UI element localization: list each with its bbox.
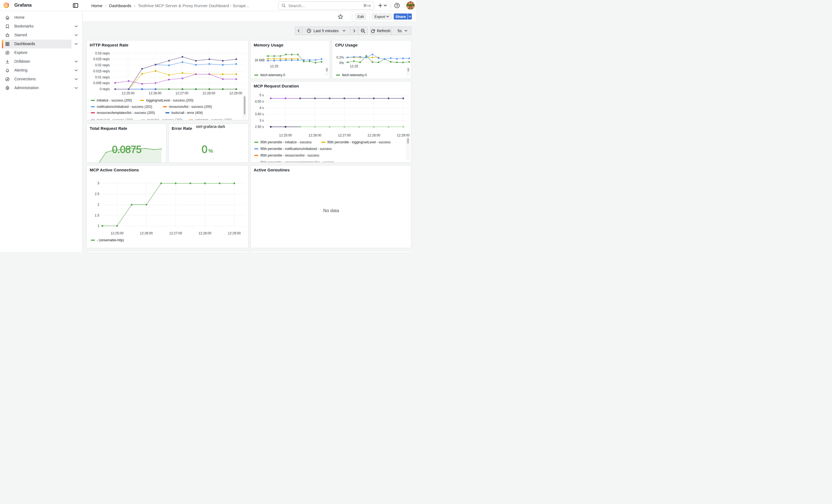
- svg-text:12:25:00: 12:25:00: [111, 231, 124, 235]
- svg-text:12:27:00: 12:27:00: [169, 231, 182, 235]
- svg-text:0 req/s: 0 req/s: [100, 87, 110, 91]
- svg-text:12:28:00: 12:28:00: [203, 91, 215, 95]
- svg-text:%: %: [209, 148, 213, 154]
- svg-text:2.5: 2.5: [95, 192, 99, 196]
- svg-text:0.2%: 0.2%: [337, 56, 344, 59]
- svg-text:16 MiB: 16 MiB: [255, 58, 265, 62]
- svg-text:2.50 s: 2.50 s: [255, 125, 264, 129]
- svg-text:12:25: 12:25: [350, 64, 358, 68]
- svg-text:12:26:00: 12:26:00: [308, 133, 321, 137]
- svg-text:0: 0: [202, 143, 207, 155]
- svg-text:12:29:00: 12:29:00: [229, 91, 242, 95]
- svg-text:4.50 s: 4.50 s: [255, 100, 264, 103]
- svg-text:12:27:00: 12:27:00: [176, 91, 188, 95]
- svg-text:12:28:00: 12:28:00: [367, 133, 380, 137]
- svg-text:3: 3: [97, 181, 99, 185]
- svg-text:12:25:00: 12:25:00: [122, 91, 134, 95]
- svg-text:12:26:00: 12:26:00: [149, 91, 161, 95]
- svg-text:5 s: 5 s: [259, 93, 264, 97]
- svg-text:3.50 s: 3.50 s: [255, 112, 264, 116]
- svg-text:12:25: 12:25: [270, 64, 278, 68]
- svg-text:12:29:00: 12:29:00: [228, 231, 241, 235]
- svg-text:0.0875: 0.0875: [112, 144, 141, 155]
- svg-text:0.02 req/s: 0.02 req/s: [95, 63, 110, 67]
- svg-text:3 s: 3 s: [259, 118, 264, 123]
- svg-text:0.025 req/s: 0.025 req/s: [93, 57, 110, 61]
- svg-text:12:27:00: 12:27:00: [338, 133, 351, 137]
- svg-text:12:29:00: 12:29:00: [397, 133, 410, 137]
- svg-text:0.015 req/s: 0.015 req/s: [93, 69, 110, 73]
- svg-text:0.03 req/s: 0.03 req/s: [95, 51, 110, 55]
- svg-text:2: 2: [97, 203, 99, 207]
- svg-text:12:25:00: 12:25:00: [279, 133, 292, 137]
- svg-text:12:26:00: 12:26:00: [140, 231, 153, 235]
- svg-text:0.005 req/s: 0.005 req/s: [93, 81, 110, 85]
- svg-text:0%: 0%: [339, 61, 344, 65]
- svg-text:1.5: 1.5: [95, 213, 99, 217]
- svg-text:4 s: 4 s: [259, 106, 264, 110]
- svg-text:1: 1: [97, 224, 99, 228]
- svg-text:0.01 req/s: 0.01 req/s: [95, 75, 110, 79]
- svg-text:12:28:00: 12:28:00: [198, 231, 211, 235]
